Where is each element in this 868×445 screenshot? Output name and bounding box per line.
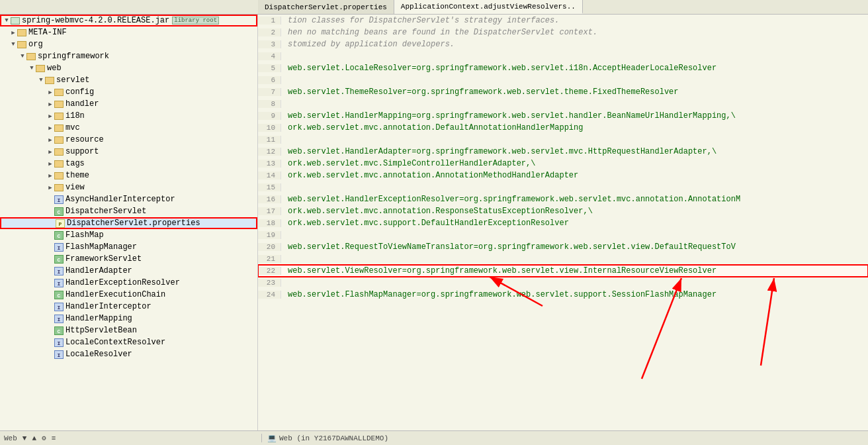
line-num-21: 21	[258, 255, 281, 263]
line-num-19: 19	[258, 231, 281, 239]
line-content-16: web.servlet.HandlerExceptionResolver=org…	[281, 195, 740, 204]
meta-inf-label: META-INF	[28, 28, 67, 37]
handler-interceptor-label: HandlerInterceptor	[65, 302, 152, 311]
mvc-arrow	[46, 124, 54, 132]
tree-item-view[interactable]: view	[0, 181, 257, 193]
tree-item-handler-exc-resolver[interactable]: I HandlerExceptionResolver	[0, 277, 257, 289]
line-num-15: 15	[258, 183, 281, 191]
tree-item-org[interactable]: org	[0, 38, 257, 50]
line-content-18: ork.web.servlet.mvc.support.DefaultHandl…	[281, 219, 569, 228]
org-arrow	[9, 41, 17, 48]
dispatcher-servlet-label: DispatcherServlet	[65, 207, 146, 216]
line-content-22: web.servlet.ViewResolver=org.springframe…	[281, 266, 716, 275]
handler-label: handler	[65, 99, 99, 109]
jar-root-item[interactable]: spring-webmvc-4.2.0.RELEASE.jar library …	[0, 15, 257, 26]
tree-item-i18n[interactable]: i18n	[0, 110, 257, 122]
locale-resolver-label: LocaleResolver	[65, 350, 132, 359]
folder-icon-servlet	[45, 77, 54, 84]
folder-icon-resource	[54, 136, 64, 144]
folder-icon-theme	[54, 172, 64, 179]
line-num-8: 8	[258, 100, 281, 108]
tree-item-handler[interactable]: handler	[0, 98, 257, 110]
tree-item-dispatcher-props[interactable]: P DispatcherServlet.properties	[0, 217, 257, 229]
tree-item-locale-resolver[interactable]: I LocaleResolver	[0, 348, 257, 360]
line-num-11: 11	[258, 136, 281, 144]
tree-item-resource[interactable]: resource	[0, 134, 257, 146]
line-num-17: 17	[258, 207, 281, 215]
code-line-24: 24 web.servlet.FlashMapManager=org.sprin…	[258, 289, 868, 301]
code-line-17: 17 ork.web.servlet.mvc.annotation.Respon…	[258, 205, 868, 217]
handler-mapping-label: HandlerMapping	[65, 314, 132, 323]
i18n-label: i18n	[65, 111, 85, 121]
jar-badge: library root	[172, 17, 219, 25]
tree-item-dispatcher-servlet[interactable]: C DispatcherServlet	[0, 205, 257, 217]
tree-item-springframework[interactable]: springframework	[0, 50, 257, 62]
servlet-arrow	[37, 77, 45, 83]
line-num-14: 14	[258, 172, 281, 179]
class-icon-dispatcher: C	[54, 207, 64, 216]
status-icon-menu: ≡	[52, 434, 56, 442]
tree-item-support[interactable]: support	[0, 146, 257, 158]
code-line-3: 3 stomized by application developers.	[258, 38, 868, 50]
file-tree: spring-webmvc-4.2.0.RELEASE.jar library …	[0, 15, 258, 430]
view-arrow	[46, 184, 54, 191]
line-num-22: 22	[258, 267, 281, 275]
tree-item-flashmap-manager[interactable]: I FlashMapManager	[0, 241, 257, 253]
tree-item-servlet[interactable]: servlet	[0, 74, 257, 86]
interface-icon-handler-adapter: I	[54, 267, 64, 275]
line-content-3: stomized by application developers.	[281, 40, 455, 49]
tab-label-1: DispatcherServlet.properties	[265, 3, 387, 11]
tree-item-tags[interactable]: tags	[0, 158, 257, 170]
theme-label: theme	[65, 171, 89, 180]
status-bar: Web ▼ ▲ ⚙ ≡ 💻 Web (in Y2167DAWNALLDEMO)	[0, 430, 868, 445]
props-icon-dispatcher: P	[56, 219, 65, 228]
tags-label: tags	[65, 159, 85, 168]
tree-item-flashmap[interactable]: C FlashMap	[0, 229, 257, 241]
status-icon-down: ▼	[22, 434, 27, 442]
servlet-label: servlet	[56, 75, 89, 85]
status-left: Web ▼ ▲ ⚙ ≡	[4, 434, 262, 442]
tab-appcontext[interactable]: ApplicationContext.adjustViewResolvers..	[394, 0, 583, 14]
main-area: spring-webmvc-4.2.0.RELEASE.jar library …	[0, 15, 868, 430]
springframework-arrow	[19, 53, 26, 60]
tree-item-handler-exec-chain[interactable]: C HandlerExecutionChain	[0, 289, 257, 301]
tree-item-web[interactable]: web	[0, 62, 257, 74]
tree-item-async-handler[interactable]: I AsyncHandlerInterceptor	[0, 193, 257, 205]
interface-icon-handler-exc: I	[54, 279, 64, 287]
folder-icon-i18n	[54, 113, 64, 120]
flashmap-manager-label: FlashMapManager	[65, 242, 137, 252]
http-servlet-bean-label: HttpServletBean	[65, 326, 137, 335]
tree-item-handler-adapter[interactable]: I HandlerAdapter	[0, 265, 257, 277]
tree-item-locale-context-resolver[interactable]: I LocaleContextResolver	[0, 336, 257, 348]
jar-arrow	[3, 17, 11, 24]
folder-icon-springframework	[26, 53, 36, 60]
tree-item-http-servlet-bean[interactable]: C HttpServletBean	[0, 324, 257, 336]
tree-item-handler-interceptor[interactable]: I HandlerInterceptor	[0, 301, 257, 313]
line-num-24: 24	[258, 291, 281, 299]
line-content-7: web.servlet.ThemeResolver=org.springfram…	[281, 87, 679, 97]
resource-arrow	[46, 136, 54, 144]
tree-item-config[interactable]: config	[0, 86, 257, 98]
code-line-empty-7	[258, 372, 868, 384]
interface-icon-flashmap-manager: I	[54, 243, 64, 252]
tree-item-framework-servlet[interactable]: C FrameworkServlet	[0, 253, 257, 265]
line-num-5: 5	[258, 64, 281, 72]
code-line-empty-2	[258, 313, 868, 324]
tree-item-meta-inf[interactable]: META-INF	[0, 26, 257, 38]
config-label: config	[65, 87, 94, 97]
code-line-5: 5 web.servlet.LocaleResolver=org.springf…	[258, 62, 868, 74]
handler-exc-resolver-label: HandlerExceptionResolver	[65, 278, 180, 287]
folder-icon-config	[54, 89, 64, 96]
tree-item-mvc[interactable]: mvc	[0, 122, 257, 134]
status-bottom-label: Web (in Y2167DAWNALLDEMO)	[279, 434, 388, 442]
line-content-5: web.servlet.LocaleResolver=org.springfra…	[281, 64, 716, 73]
status-icon-up: ▲	[32, 434, 36, 442]
code-line-empty-8	[258, 384, 868, 396]
tab-dispatcher-properties[interactable]: DispatcherServlet.properties	[258, 0, 394, 14]
tree-item-handler-mapping[interactable]: I HandlerMapping	[0, 313, 257, 324]
async-handler-label: AsyncHandlerInterceptor	[65, 195, 175, 204]
tree-item-theme[interactable]: theme	[0, 170, 257, 181]
editor-scroll[interactable]: 1 tion classes for DispatcherServlet's s…	[258, 15, 868, 430]
line-num-18: 18	[258, 219, 281, 227]
code-line-empty-6	[258, 360, 868, 372]
